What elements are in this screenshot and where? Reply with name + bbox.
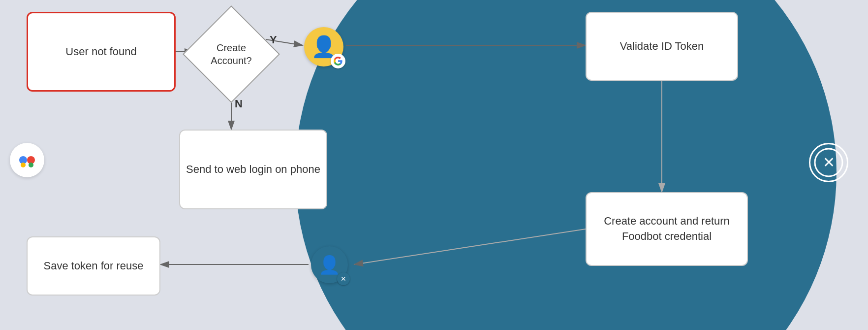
person-icon: 👤 xyxy=(311,36,337,57)
create-account-label: CreateAccount? xyxy=(211,41,251,67)
no-label: N xyxy=(235,98,243,110)
svg-point-11 xyxy=(21,163,26,167)
svg-line-7 xyxy=(354,229,586,264)
user-not-found-label: User not found xyxy=(65,44,136,60)
validate-id-label: Validate ID Token xyxy=(620,39,704,54)
ga-icon-circle xyxy=(10,143,44,177)
validate-id-box: Validate ID Token xyxy=(586,12,738,81)
save-token-box: Save token for reuse xyxy=(27,236,160,296)
user-not-found-box: User not found xyxy=(27,12,176,92)
person-icon-foodbot: 👤 xyxy=(318,255,341,275)
create-account-diamond-container: CreateAccount? xyxy=(192,10,271,99)
save-token-label: Save token for reuse xyxy=(43,259,143,274)
send-to-web-label: Send to web login on phone xyxy=(186,162,320,177)
svg-point-12 xyxy=(29,163,33,167)
google-assistant-icon xyxy=(10,143,49,182)
google-g-badge xyxy=(331,54,345,68)
user-avatar-circle: 👤 xyxy=(304,27,343,66)
foodbot-circle-icon: ✕ xyxy=(809,143,848,182)
create-account-return-label: Create account and return Foodbot creden… xyxy=(587,214,747,244)
fork-badge: ✕ xyxy=(337,272,350,285)
create-account-box: Create account and return Foodbot creden… xyxy=(586,192,748,266)
svg-text:✕: ✕ xyxy=(823,154,835,170)
foodbot-right-icon: ✕ xyxy=(809,143,853,187)
google-user-icon-top: 👤 xyxy=(302,25,346,69)
foodbot-avatar-circle: 👤 ✕ xyxy=(311,246,348,283)
send-to-web-box: Send to web login on phone xyxy=(179,130,327,209)
diagram-container: User not found CreateAccount? Y N Send t… xyxy=(0,0,868,330)
foodbot-user-icon-bottom: 👤 ✕ xyxy=(309,244,350,286)
yes-label: Y xyxy=(270,33,277,46)
